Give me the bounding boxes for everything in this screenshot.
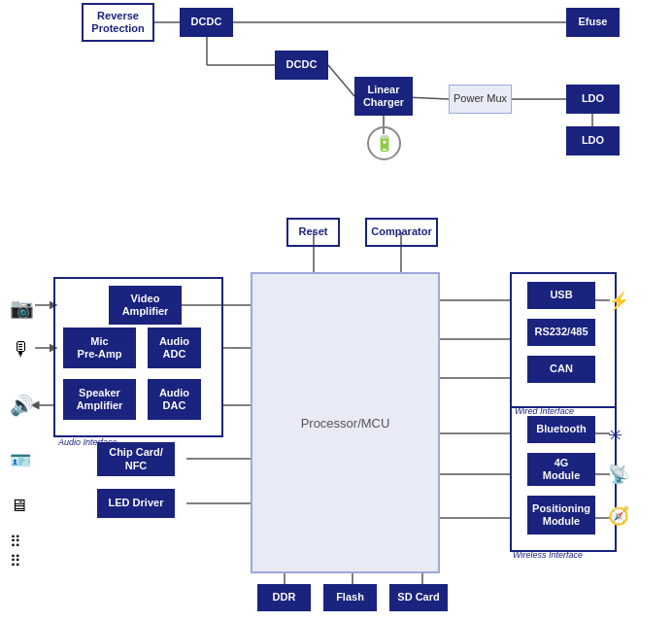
bluetooth-block: Bluetooth [527,416,595,443]
diagram: Processor/MCU Audio Interface Wired Inte… [0,0,672,621]
grid2-icon: ⠿ [10,552,21,570]
usb-block: USB [527,282,595,309]
bluetooth-icon: ✳ [608,425,622,446]
wireless-interface-label: Wireless Interface [513,550,583,560]
audio-dac-block: Audio DAC [148,379,201,420]
speaker-icon: 🔊 [10,394,34,417]
wireless-icon: 📡 [608,464,629,485]
battery-symbol: 🔋 [367,126,401,160]
can-block: CAN [527,356,595,383]
efuse-block: Efuse [566,8,620,37]
dcdc1-block: DCDC [180,8,233,37]
linear-charger-block: Linear Charger [354,77,413,116]
speaker-amplifier-block: Speaker Amplifier [63,379,136,420]
dcdc2-block: DCDC [275,51,328,80]
reverse-protection-block: Reverse Protection [82,3,154,42]
video-amplifier-block: Video Amplifier [109,286,182,325]
mic-icon: 🎙 [12,338,31,361]
usb-icon: ⚡ [608,291,629,312]
comparator-block: Comparator [365,218,438,247]
grid-icon: ⠿ [10,533,21,551]
mic-preamp-block: Mic Pre-Amp [63,328,136,368]
processor-mcu: Processor/MCU [251,272,440,573]
processor-label: Processor/MCU [301,416,390,431]
camera-icon: 📷 [10,296,34,320]
svg-line-5 [328,65,354,96]
id-card-icon: 🪪 [10,450,31,471]
ldo1-block: LDO [566,85,620,114]
chip-card-nfc-block: Chip Card/ NFC [97,442,175,476]
module-4g-block: 4G Module [527,453,595,486]
sd-card-block: SD Card [389,584,448,611]
reset-block: Reset [286,218,340,247]
rs232-block: RS232/485 [527,319,595,346]
gps-icon: 🧭 [608,505,629,527]
monitor-icon: 🖥 [10,496,27,516]
ldo2-block: LDO [566,126,620,155]
led-driver-block: LED Driver [97,489,175,518]
power-mux-block: Power Mux [449,85,512,114]
audio-adc-block: Audio ADC [148,328,201,368]
flash-block: Flash [323,584,377,611]
ddr-block: DDR [257,584,311,611]
positioning-block: Positioning Module [527,496,595,535]
